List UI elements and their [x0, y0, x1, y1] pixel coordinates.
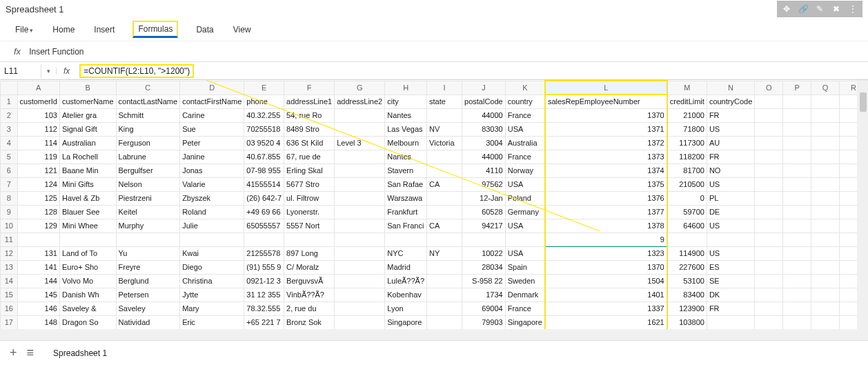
row-header-5[interactable]: 5 [1, 150, 18, 164]
cell-K11[interactable] [505, 233, 545, 246]
cell-P11[interactable] [783, 233, 811, 246]
cell-Q2[interactable] [811, 108, 839, 122]
cell-D7[interactable]: Valarie [180, 177, 244, 191]
cell-A9[interactable]: 128 [17, 205, 59, 219]
menu-file[interactable]: File▾ [14, 22, 34, 37]
cell-D1[interactable]: contactFirstName [180, 95, 244, 108]
cell-E4[interactable]: 03 9520 4 [244, 136, 284, 150]
cell-K4[interactable]: Australia [505, 136, 545, 150]
cell-M4[interactable]: 117300 [667, 136, 707, 150]
cell-J14[interactable]: S-958 22 [462, 274, 506, 288]
cell-A16[interactable]: 146 [17, 302, 59, 315]
cell-O14[interactable] [755, 274, 783, 288]
cell-N11[interactable] [707, 233, 754, 246]
cell-L8[interactable]: 1376 [545, 191, 667, 205]
cell-A2[interactable]: 103 [17, 108, 59, 122]
cell-M12[interactable]: 114900 [667, 246, 707, 260]
spreadsheet-grid[interactable]: ABCDEFGHIJKLMNOPQR1customerIdcustomerNam… [0, 80, 868, 329]
cell-G11[interactable] [335, 233, 385, 246]
cell-B11[interactable] [59, 233, 116, 246]
cell-M11[interactable] [667, 233, 707, 246]
cell-C12[interactable]: Yu [116, 246, 180, 260]
cell-M3[interactable]: 71800 [667, 122, 707, 136]
cell-C14[interactable]: Berglund [116, 274, 180, 288]
cell-F13[interactable]: C/ Moralz [284, 260, 335, 274]
cell-I14[interactable] [427, 274, 462, 288]
cell-M13[interactable]: 227600 [667, 260, 707, 274]
cell-I10[interactable]: CA [427, 219, 462, 233]
col-header-A[interactable]: A [17, 81, 59, 95]
cell-O11[interactable] [755, 233, 783, 246]
row-header-13[interactable]: 13 [1, 260, 18, 274]
cell-M8[interactable]: 0 [667, 191, 707, 205]
cell-I13[interactable] [427, 260, 462, 274]
cell-C13[interactable]: Freyre [116, 260, 180, 274]
cell-C2[interactable]: Schmitt [116, 108, 180, 122]
cell-P8[interactable] [783, 191, 811, 205]
cell-N15[interactable]: DK [707, 288, 754, 302]
cell-M10[interactable]: 64600 [667, 219, 707, 233]
cell-B13[interactable]: Euro+ Sho [59, 260, 116, 274]
cell-O9[interactable] [755, 205, 783, 219]
row-header-11[interactable]: 11 [1, 233, 18, 246]
cell-M15[interactable]: 83400 [667, 288, 707, 302]
name-box[interactable]: L11 [0, 64, 41, 78]
row-header-8[interactable]: 8 [1, 191, 18, 205]
cell-K14[interactable]: Sweden [505, 274, 545, 288]
cell-L9[interactable]: 1377 [545, 205, 667, 219]
cell-H17[interactable]: Singapore [385, 315, 427, 329]
cell-F3[interactable]: 8489 Stro [284, 122, 335, 136]
cell-I16[interactable] [427, 302, 462, 315]
cell-A7[interactable]: 124 [17, 177, 59, 191]
cell-H3[interactable]: Las Vegas [385, 122, 427, 136]
cell-D2[interactable]: Carine [180, 108, 244, 122]
cell-K5[interactable]: France [505, 150, 545, 164]
cell-Q10[interactable] [811, 219, 839, 233]
cell-F7[interactable]: 5677 Stro [284, 177, 335, 191]
cell-Q14[interactable] [811, 274, 839, 288]
cell-Q7[interactable] [811, 177, 839, 191]
cell-L4[interactable]: 1372 [545, 136, 667, 150]
cell-E14[interactable]: 0921-12 3 [244, 274, 284, 288]
col-header-I[interactable]: I [427, 81, 462, 95]
cell-E17[interactable]: +65 221 7 [244, 315, 284, 329]
cell-M16[interactable]: 123900 [667, 302, 707, 315]
cell-N4[interactable]: AU [707, 136, 754, 150]
cell-M1[interactable]: creditLimit [667, 95, 707, 108]
cell-M14[interactable]: 53100 [667, 274, 707, 288]
cell-O16[interactable] [755, 302, 783, 315]
cell-Q3[interactable] [811, 122, 839, 136]
cell-D16[interactable]: Mary [180, 302, 244, 315]
cell-L12[interactable]: 1323 [545, 246, 667, 260]
row-header-6[interactable]: 6 [1, 164, 18, 177]
cell-I7[interactable]: CA [427, 177, 462, 191]
cell-C5[interactable]: Labrune [116, 150, 180, 164]
row-header-7[interactable]: 7 [1, 177, 18, 191]
cell-B10[interactable]: Mini Whee [59, 219, 116, 233]
cell-L3[interactable]: 1371 [545, 122, 667, 136]
cell-H14[interactable]: LuleÃ??Ã? [385, 274, 427, 288]
cell-N13[interactable]: ES [707, 260, 754, 274]
col-header-G[interactable]: G [335, 81, 385, 95]
cell-P17[interactable] [783, 315, 811, 329]
col-header-B[interactable]: B [59, 81, 116, 95]
cell-L7[interactable]: 1375 [545, 177, 667, 191]
cell-E15[interactable]: 31 12 355 [244, 288, 284, 302]
col-header-P[interactable]: P [783, 81, 811, 95]
cell-J9[interactable]: 60528 [462, 205, 506, 219]
cell-K12[interactable]: USA [505, 246, 545, 260]
cell-H5[interactable]: Nantes [385, 150, 427, 164]
cell-Q11[interactable] [811, 233, 839, 246]
cell-G9[interactable] [335, 205, 385, 219]
cell-B17[interactable]: Dragon So [59, 315, 116, 329]
row-header-3[interactable]: 3 [1, 122, 18, 136]
cell-Q1[interactable] [811, 95, 839, 108]
cell-Q12[interactable] [811, 246, 839, 260]
cell-L2[interactable]: 1370 [545, 108, 667, 122]
cell-N8[interactable]: PL [707, 191, 754, 205]
cell-C7[interactable]: Nelson [116, 177, 180, 191]
fx-icon[interactable]: fx [14, 46, 21, 57]
cell-I11[interactable] [427, 233, 462, 246]
cell-G1[interactable]: addressLine2 [335, 95, 385, 108]
formula-bar[interactable]: =COUNTIF(L2:L10, ">1200") [77, 62, 868, 80]
